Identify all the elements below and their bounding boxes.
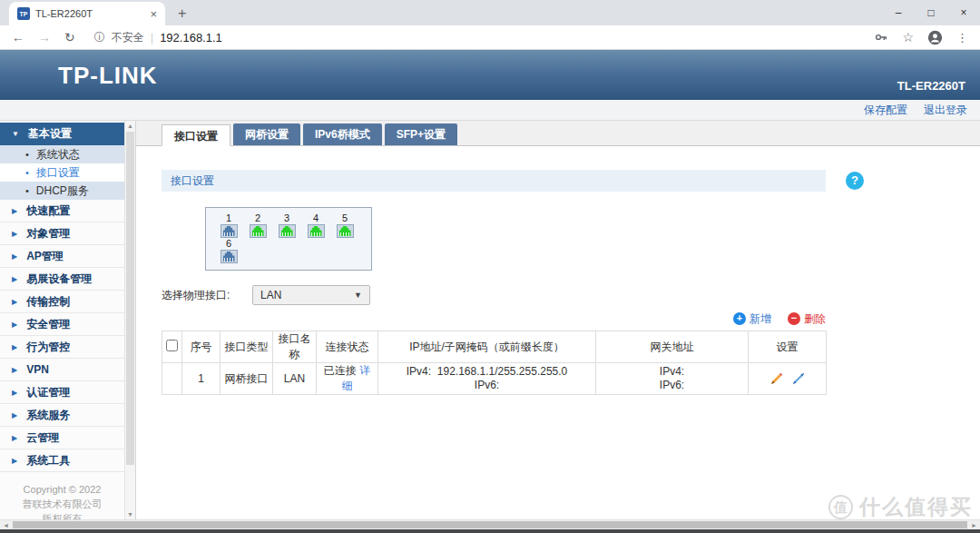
port-1: 1	[214, 212, 243, 238]
port-5: 5	[330, 212, 359, 238]
star-icon[interactable]: ☆	[902, 31, 914, 44]
bullet-icon: •	[25, 150, 29, 160]
address-bar: ← → ↻ ⓘ 不安全 | 192.168.1.1 ☆ ⋮	[0, 25, 980, 50]
forward-icon[interactable]: →	[38, 31, 51, 44]
sidebar-item-label: 传输控制	[26, 294, 70, 310]
delete-button[interactable]: − 删除	[788, 311, 826, 327]
scroll-down-icon[interactable]: ▼	[125, 511, 135, 518]
sidebar-item-label: AP管理	[26, 249, 64, 264]
sidebar-item-easy-device-management[interactable]: ▶易展设备管理	[0, 268, 124, 291]
scrollbar-thumb[interactable]	[13, 521, 967, 528]
tab-ipv6-bridge-mode[interactable]: IPv6桥模式	[303, 123, 382, 145]
sidebar-item-interface-settings[interactable]: • 接口设置	[0, 163, 124, 182]
browser-tab[interactable]: TP TL-ER2260T ×	[9, 2, 165, 25]
tab-bridge-settings[interactable]: 网桥设置	[233, 123, 300, 145]
info-icon[interactable]: ⓘ	[94, 30, 105, 45]
table-header-gateway: 网关地址	[596, 331, 749, 363]
row-ip: IPv4: 192.168.1.1/255.255.255.0 IPv6:	[378, 363, 596, 395]
sidebar-item-label: 接口设置	[36, 165, 80, 181]
sidebar-item-system-status[interactable]: • 系统状态	[0, 145, 124, 163]
url-divider: |	[151, 31, 153, 44]
ethernet-port-icon	[250, 224, 267, 238]
scrollbar-thumb[interactable]	[126, 132, 134, 465]
sidebar: ▼ 基本设置 • 系统状态 • 接口设置 • DHCP服务 ▶快速配置 ▶对象管…	[0, 121, 136, 519]
row-index: 1	[182, 363, 220, 395]
physical-interface-select[interactable]: LAN ▼	[252, 285, 370, 305]
close-button[interactable]: ×	[947, 0, 980, 25]
sidebar-item-label: 云管理	[26, 430, 59, 446]
sidebar-item-vpn[interactable]: ▶VPN	[0, 359, 124, 381]
sidebar-item-system-services[interactable]: ▶系统服务	[0, 404, 124, 427]
sidebar-item-label: 系统状态	[36, 147, 80, 163]
watermark-text: 什么值得买	[859, 493, 973, 521]
chevron-right-icon: ▶	[12, 389, 17, 397]
sidebar-item-label: VPN	[26, 363, 49, 376]
sidebar-item-auth-management[interactable]: ▶认证管理	[0, 381, 124, 404]
help-icon[interactable]: ?	[846, 172, 864, 190]
sidebar-item-label: 对象管理	[26, 226, 70, 242]
chevron-right-icon: ▶	[12, 366, 17, 374]
favicon: TP	[17, 7, 30, 20]
tab-interface-settings[interactable]: 接口设置	[162, 124, 230, 146]
scroll-left-icon[interactable]: ◄	[3, 522, 9, 529]
new-tab-button[interactable]: +	[178, 5, 186, 22]
sidebar-item-system-tools[interactable]: ▶系统工具	[0, 449, 124, 472]
profile-icon[interactable]	[927, 30, 943, 45]
add-button[interactable]: + 新增	[733, 311, 771, 327]
logout-link[interactable]: 退出登录	[924, 103, 967, 118]
row-settings	[749, 363, 827, 395]
key-icon[interactable]	[874, 30, 888, 44]
scroll-right-icon[interactable]: ►	[971, 522, 977, 529]
sidebar-item-object-management[interactable]: ▶对象管理	[0, 222, 124, 245]
back-icon[interactable]: ←	[12, 31, 24, 44]
browser-tab-strip: TP TL-ER2260T × + – □ ×	[0, 0, 980, 25]
tp-link-logo: TP-LINK	[58, 62, 158, 90]
url-text[interactable]: 192.168.1.1	[160, 31, 222, 44]
sidebar-item-security-management[interactable]: ▶安全管理	[0, 313, 124, 336]
tab-sfp-settings[interactable]: SFP+设置	[385, 123, 457, 145]
ethernet-port-icon	[220, 250, 238, 263]
table-header-index: 序号	[182, 331, 220, 363]
port-6: 6	[214, 238, 243, 263]
table-header-row: 序号 接口类型 接口名称 连接状态 IP地址/子网掩码（或前缀长度） 网关地址 …	[162, 331, 827, 363]
vertical-scrollbar[interactable]: ▲ ▼	[124, 121, 135, 519]
tab-panel: 接口设置 ? 1 2 3	[136, 146, 980, 519]
ethernet-port-icon	[308, 224, 325, 238]
minimize-button[interactable]: –	[882, 0, 915, 25]
port-4: 4	[301, 212, 330, 238]
maximize-button[interactable]: □	[915, 0, 947, 25]
sidebar-item-label: 认证管理	[26, 385, 70, 400]
watermark-badge: 值	[828, 495, 853, 519]
horizontal-scrollbar[interactable]: ◄ ►	[0, 519, 980, 529]
sidebar-item-label: 系统服务	[26, 408, 70, 423]
tab-close-icon[interactable]: ×	[150, 7, 157, 21]
chevron-down-icon: ▼	[12, 130, 19, 138]
url-box[interactable]: ⓘ 不安全 | 192.168.1.1	[94, 30, 861, 45]
plus-icon: +	[733, 312, 746, 325]
save-config-link[interactable]: 保存配置	[864, 103, 907, 118]
sidebar-item-behavior-control[interactable]: ▶行为管控	[0, 336, 124, 359]
sidebar-item-ap-management[interactable]: ▶AP管理	[0, 245, 124, 268]
edit-icon[interactable]	[770, 372, 783, 385]
table-header-ip: IP地址/子网掩码（或前缀长度）	[378, 331, 596, 363]
reload-icon[interactable]: ↻	[64, 31, 75, 44]
table-header-name: 接口名称	[273, 331, 317, 363]
plug-connect-icon[interactable]	[792, 372, 805, 385]
scroll-up-icon[interactable]: ▲	[125, 123, 135, 129]
delete-label: 删除	[804, 311, 826, 327]
menu-icon[interactable]: ⋮	[956, 31, 968, 44]
sidebar-group-basic-settings[interactable]: ▼ 基本设置	[0, 123, 124, 145]
table-header-settings: 设置	[749, 331, 827, 363]
security-label: 不安全	[112, 30, 144, 45]
sidebar-item-label: 系统工具	[26, 453, 70, 469]
port-number: 1	[226, 212, 231, 224]
select-all-checkbox[interactable]	[166, 340, 178, 351]
sidebar-item-transmission-control[interactable]: ▶传输控制	[0, 291, 124, 313]
sidebar-item-label: 安全管理	[26, 317, 70, 332]
window-controls: – □ ×	[882, 0, 980, 25]
sidebar-item-cloud-management[interactable]: ▶云管理	[0, 427, 124, 449]
chevron-right-icon: ▶	[12, 298, 17, 306]
sidebar-item-dhcp-service[interactable]: • DHCP服务	[0, 182, 124, 200]
sidebar-item-quick-setup[interactable]: ▶快速配置	[0, 200, 124, 222]
port-number: 3	[284, 212, 289, 224]
